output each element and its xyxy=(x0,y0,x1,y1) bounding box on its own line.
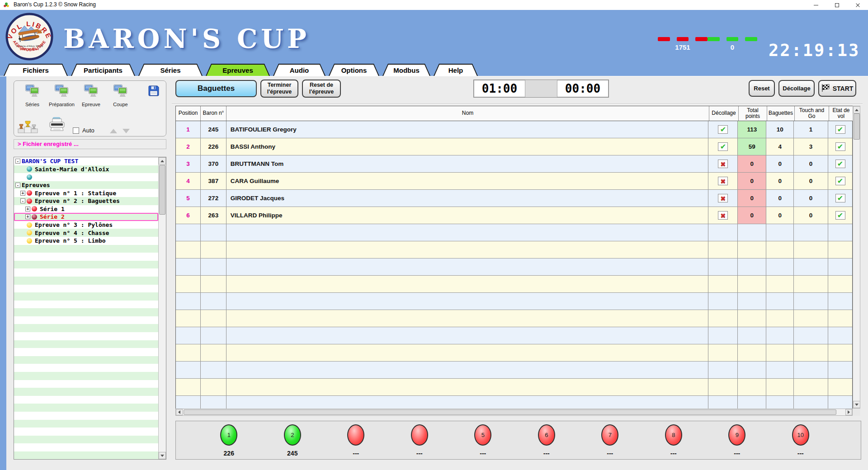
tree-item-epreuves[interactable]: -Epreuves xyxy=(14,181,158,189)
light-baron-label: 226 xyxy=(224,450,234,457)
tree-item-sainte-marie-d-alloix[interactable]: Sainte-Marie d'Alloix xyxy=(14,165,158,174)
empty-cell xyxy=(201,310,226,327)
tab-epreuves[interactable]: Epreuves xyxy=(206,64,270,76)
minimize-button[interactable] xyxy=(806,0,826,10)
cell-total-points: 113 xyxy=(738,121,766,138)
light-number: 7 xyxy=(609,432,612,438)
decollage-button[interactable]: Décollage xyxy=(778,80,815,97)
tree-item-s-rie-1[interactable]: +Série 1 xyxy=(14,205,158,213)
tree-item-epreuve-n-1-statique[interactable]: +Epreuve n° 1 : Statique xyxy=(14,189,158,197)
dual-monitor-icon xyxy=(113,85,127,99)
status-ball-red xyxy=(27,198,32,204)
close-button[interactable] xyxy=(847,0,868,10)
column-header-etat-de-vol: Etat de vol xyxy=(829,106,853,121)
scroll-down-icon[interactable] xyxy=(159,452,166,459)
tree-scrollbar[interactable] xyxy=(158,157,166,459)
etat-de-vol-check-icon[interactable]: ✔ xyxy=(835,211,845,220)
collapse-icon[interactable]: - xyxy=(15,183,20,188)
check-glyph: ✔ xyxy=(837,212,843,219)
empty-cell xyxy=(201,293,226,310)
move-down-icon[interactable] xyxy=(123,129,130,133)
empty-cell xyxy=(176,310,201,327)
printer-icon[interactable] xyxy=(48,117,66,133)
toolbar-button-pr-paration[interactable]: Préparation xyxy=(47,85,76,107)
tab-modbus[interactable]: Modbus xyxy=(382,64,430,76)
table-vertical-scrollbar[interactable] xyxy=(853,106,860,409)
light-number: 6 xyxy=(545,432,548,438)
tree-item-s-rie-2[interactable]: +Série 2 xyxy=(14,213,158,221)
decollage-cross-icon[interactable]: ✖ xyxy=(718,194,728,202)
clock: 22:19:13 xyxy=(769,41,860,60)
empty-cell xyxy=(226,310,709,327)
tree-scroll-thumb[interactable] xyxy=(159,165,165,215)
start-light-6: 6--- xyxy=(515,424,579,459)
light-number: 5 xyxy=(481,432,485,438)
etat-de-vol-check-icon[interactable]: ✔ xyxy=(835,177,845,185)
table-horizontal-scrollbar[interactable] xyxy=(175,409,853,416)
cell-baguettes: 10 xyxy=(766,121,794,138)
empty-cell xyxy=(794,344,828,361)
light-baron-label: --- xyxy=(797,450,804,457)
auto-checkbox[interactable] xyxy=(73,127,79,134)
toolbar-button-coupe[interactable]: Coupe xyxy=(106,85,135,107)
empty-cell xyxy=(738,310,766,327)
tree-empty-row xyxy=(14,451,158,459)
cell-baron-number: 263 xyxy=(201,207,226,224)
empty-cell xyxy=(201,379,226,395)
decollage-cross-icon[interactable]: ✖ xyxy=(718,160,728,168)
check-glyph: ✔ xyxy=(837,195,843,202)
table-empty-row xyxy=(176,293,852,310)
scroll-left-icon[interactable] xyxy=(176,409,183,415)
etat-de-vol-check-icon[interactable]: ✔ xyxy=(835,142,845,151)
toolbar-button-epreuve[interactable]: Epreuve xyxy=(76,85,106,107)
event-name-button[interactable]: Baguettes xyxy=(175,80,257,97)
decollage: ✖ xyxy=(708,207,738,224)
collapse-icon[interactable]: - xyxy=(20,198,25,203)
tab-label: Help xyxy=(448,66,463,74)
decollage-cross-icon[interactable]: ✖ xyxy=(718,211,728,220)
etat-de-vol-check-icon[interactable]: ✔ xyxy=(835,194,845,202)
tab-audio[interactable]: Audio xyxy=(273,64,326,76)
collapse-icon[interactable]: - xyxy=(15,159,20,164)
table-hscroll-thumb[interactable] xyxy=(184,409,836,415)
tree-item-epreuve-n-2-baguettes[interactable]: -Epreuve n° 2 : Baguettes xyxy=(14,197,158,205)
reset-button[interactable]: Reset xyxy=(749,80,775,97)
tab-help[interactable]: Help xyxy=(434,64,478,76)
move-up-icon[interactable] xyxy=(110,129,117,133)
decollage-check-icon[interactable]: ✔ xyxy=(718,125,728,134)
tree-item-epreuve-n-3-pyl-nes[interactable]: Epreuve n° 3 : Pylônes xyxy=(14,221,158,229)
trophy-podium-icon[interactable] xyxy=(18,118,38,135)
decollage: ✖ xyxy=(708,190,738,207)
decollage-check-icon[interactable]: ✔ xyxy=(718,142,728,151)
finish-event-button[interactable]: Terminer l'épreuve xyxy=(260,80,298,98)
tab-participants[interactable]: Participants xyxy=(71,64,135,76)
scroll-down-icon[interactable] xyxy=(853,401,860,408)
tree-item-epreuve-n-4-chasse[interactable]: Epreuve n° 4 : Chasse xyxy=(14,229,158,237)
tree-item[interactable] xyxy=(14,173,158,181)
tab-fichiers[interactable]: Fichiers xyxy=(4,64,68,76)
expand-icon[interactable]: + xyxy=(25,214,30,219)
maximize-button[interactable] xyxy=(826,0,847,10)
reset-event-button[interactable]: Reset de l'épreuve xyxy=(302,80,341,98)
scroll-up-icon[interactable] xyxy=(853,106,860,113)
save-floppy-icon[interactable] xyxy=(148,85,160,99)
etat-de-vol-check-icon[interactable]: ✔ xyxy=(835,160,845,168)
dual-monitor-icon xyxy=(25,85,39,99)
tree-item-epreuve-n-5-limbo[interactable]: Epreuve n° 5 : Limbo xyxy=(14,237,158,245)
decollage-cross-icon[interactable]: ✖ xyxy=(718,177,728,185)
toolbar-button-s-ries[interactable]: Séries xyxy=(18,85,47,107)
expand-icon[interactable]: + xyxy=(20,191,25,196)
tree-item-baron-s-cup-test[interactable]: -BARON'S CUP TEST xyxy=(14,157,158,165)
start-button[interactable]: START xyxy=(818,80,856,97)
etat-de-vol-check-icon[interactable]: ✔ xyxy=(835,125,845,134)
tab-options[interactable]: Options xyxy=(329,64,379,76)
scroll-up-icon[interactable] xyxy=(159,157,166,164)
expand-icon[interactable]: + xyxy=(25,207,30,212)
empty-cell xyxy=(226,258,709,275)
tab-label: Participants xyxy=(84,66,123,74)
tab-s-ries[interactable]: Séries xyxy=(138,64,203,76)
scroll-right-icon[interactable] xyxy=(845,409,852,415)
empty-cell xyxy=(226,396,709,409)
tree-item-label: Epreuve n° 2 : Baguettes xyxy=(35,197,120,204)
table-scroll-thumb[interactable] xyxy=(854,113,860,140)
